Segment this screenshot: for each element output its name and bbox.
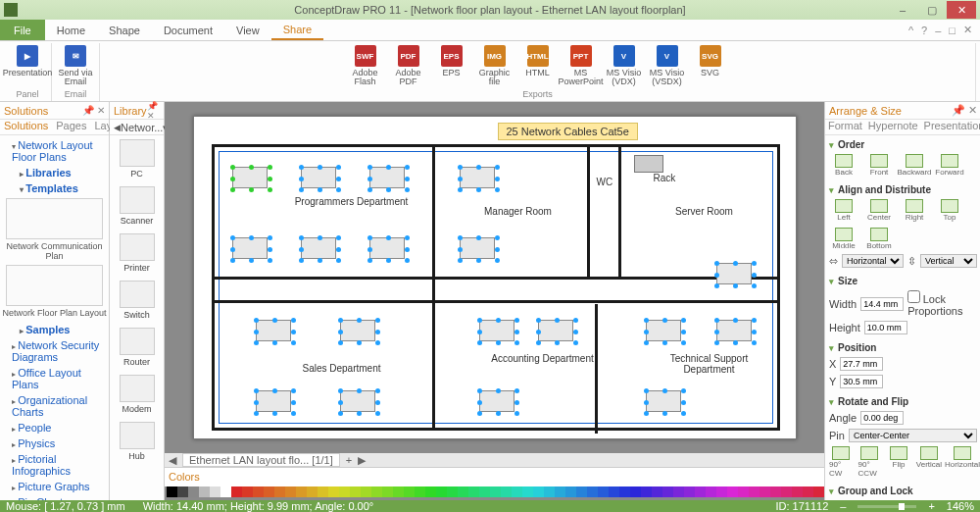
color-swatch[interactable] [695, 486, 706, 497]
page-add[interactable]: + [346, 454, 352, 466]
export-adobe-pdf[interactable]: PDFAdobe PDF [389, 43, 428, 89]
color-swatch[interactable] [285, 486, 296, 497]
pages-tab[interactable]: Pages [52, 120, 90, 134]
tree-sample-item[interactable]: Network Security Diagrams [2, 337, 107, 365]
color-swatch[interactable] [684, 486, 695, 497]
order-backward[interactable]: Backward [900, 154, 929, 177]
rotate-flip[interactable]: Flip [887, 446, 910, 478]
color-swatch[interactable] [307, 486, 318, 497]
order-front[interactable]: Front [864, 154, 894, 177]
page-prev[interactable]: ◀ [169, 454, 176, 467]
tree-sample-item[interactable]: Organizational Charts [2, 392, 107, 420]
rp-tab-format[interactable]: Format [825, 120, 865, 134]
network-device[interactable] [460, 237, 495, 259]
tree-sample-item[interactable]: Pictorial Infographics [2, 451, 107, 479]
library-breadcrumb[interactable]: ◀ Networ... ▾ [110, 120, 164, 135]
color-swatch[interactable] [544, 486, 555, 497]
tree-sample-item[interactable]: Office Layout Plans [2, 365, 107, 392]
color-swatch[interactable] [479, 486, 490, 497]
tab-share[interactable]: Share [271, 20, 323, 40]
color-swatch[interactable] [210, 486, 220, 497]
rp-pin-icon[interactable]: 📌 ✕ [952, 104, 977, 117]
network-device[interactable] [232, 237, 268, 259]
color-swatch[interactable] [533, 486, 544, 497]
template-thumb[interactable] [6, 265, 103, 306]
network-device[interactable] [479, 390, 514, 412]
color-swatch[interactable] [641, 486, 652, 497]
tree-sample-item[interactable]: Picture Graphs [2, 479, 107, 494]
color-swatch[interactable] [598, 486, 609, 497]
color-swatch[interactable] [436, 486, 447, 497]
color-swatch[interactable] [565, 486, 576, 497]
color-swatch[interactable] [792, 486, 803, 497]
color-swatches[interactable] [165, 486, 824, 500]
align-vertical-select[interactable]: Vertical [920, 254, 977, 268]
solutions-tab[interactable]: Solutions [0, 120, 52, 134]
pin-select[interactable]: Center-Center [849, 429, 977, 442]
minimize-button[interactable]: – [888, 1, 917, 19]
color-swatch[interactable] [609, 486, 619, 497]
color-swatch[interactable] [242, 486, 253, 497]
tree-templates[interactable]: Templates [2, 180, 107, 196]
color-swatch[interactable] [501, 486, 512, 497]
rotate--ccw[interactable]: 90° CCW [858, 446, 882, 478]
page-next[interactable]: ▶ [358, 454, 366, 467]
tab-shape[interactable]: Shape [97, 20, 152, 40]
x-input[interactable] [840, 357, 883, 371]
color-swatch[interactable] [576, 486, 587, 497]
pin-icon[interactable]: 📌 ✕ [82, 105, 105, 116]
network-device[interactable] [716, 263, 752, 284]
color-swatch[interactable] [231, 486, 242, 497]
tab-document[interactable]: Document [152, 20, 224, 40]
library-item-scanner[interactable]: Scanner [110, 182, 164, 230]
network-device[interactable] [256, 320, 291, 341]
color-swatch[interactable] [274, 486, 285, 497]
color-swatch[interactable] [339, 486, 350, 497]
rotate-vertical[interactable]: Vertical [916, 446, 942, 478]
color-swatch[interactable] [512, 486, 522, 497]
network-device[interactable] [301, 167, 336, 188]
color-swatch[interactable] [415, 486, 425, 497]
annotation-callout[interactable]: 25 Network Cables Cat5e [498, 123, 638, 140]
zoom-slider[interactable] [858, 505, 916, 508]
color-swatch[interactable] [458, 486, 468, 497]
rotate--cw[interactable]: 90° CW [829, 446, 853, 478]
color-swatch[interactable] [706, 486, 716, 497]
rp-tab-presentation[interactable]: Presentation [921, 120, 980, 134]
network-device[interactable] [340, 320, 375, 341]
align-left[interactable]: Left [829, 199, 858, 222]
color-swatch[interactable] [630, 486, 641, 497]
drawing-page[interactable]: 25 Network Cables Cat5e Programmers Depa… [193, 116, 797, 439]
network-device[interactable] [460, 167, 495, 188]
export-adobe-flash[interactable]: SWFAdobe Flash [346, 43, 385, 89]
canvas-viewport[interactable]: 25 Network Cables Cat5e Programmers Depa… [165, 102, 824, 453]
color-swatch[interactable] [770, 486, 781, 497]
align-bottom[interactable]: Bottom [864, 228, 894, 250]
export-ms-visio-vsdx-[interactable]: VMS Visio (VSDX) [648, 43, 687, 89]
network-device[interactable] [301, 237, 336, 259]
color-swatch[interactable] [490, 486, 501, 497]
export-svg[interactable]: SVGSVG [691, 43, 730, 89]
network-device[interactable] [232, 167, 268, 188]
color-swatch[interactable] [803, 486, 813, 497]
order-back[interactable]: Back [829, 154, 858, 177]
tab-home[interactable]: Home [45, 20, 97, 40]
color-swatch[interactable] [199, 486, 210, 497]
color-swatch[interactable] [727, 486, 738, 497]
library-item-modem[interactable]: Modem [110, 371, 164, 418]
color-swatch[interactable] [662, 486, 673, 497]
tree-sample-item[interactable]: People [2, 420, 107, 435]
color-swatch[interactable] [716, 486, 727, 497]
align-top[interactable]: Top [935, 199, 964, 222]
align-horizontal-select[interactable]: Horizontal [842, 254, 904, 268]
network-device[interactable] [479, 320, 514, 341]
order-forward[interactable]: Forward [935, 154, 964, 177]
library-item-pc[interactable]: PC [110, 135, 164, 182]
maximize-button[interactable]: ▢ [917, 1, 947, 19]
color-swatch[interactable] [447, 486, 458, 497]
network-device[interactable] [340, 390, 375, 412]
rp-tab-hypernote[interactable]: Hypernote [865, 120, 921, 134]
color-swatch[interactable] [587, 486, 598, 497]
library-item-router[interactable]: Router [110, 324, 164, 371]
mdi-max[interactable]: □ [949, 25, 956, 36]
